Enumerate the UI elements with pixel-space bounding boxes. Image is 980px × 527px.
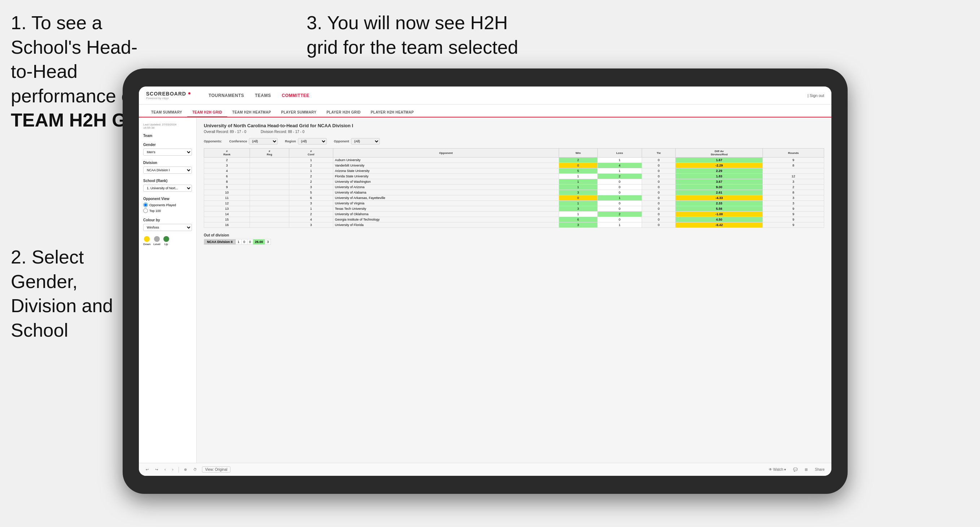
- toolbar-comment[interactable]: 💬: [792, 467, 799, 472]
- out-div-win: 1: [235, 239, 241, 245]
- cell-conf: 1: [289, 206, 333, 211]
- cell-diff: -4.33: [676, 195, 763, 201]
- radio-group: Opponents Played Top 100: [143, 203, 192, 213]
- cell-tie: 0: [642, 174, 676, 179]
- cell-opponent: University of Alabama: [333, 190, 559, 195]
- cell-reg: [250, 157, 289, 163]
- table-row: 10 5 University of Alabama 3 0 0 2.61 8: [204, 190, 824, 195]
- legend-up: Up: [163, 236, 169, 246]
- cell-reg: [250, 217, 289, 222]
- nav-bar: SCOREBOARD Powered by clippi TOURNAMENTS…: [139, 87, 831, 105]
- cell-rank: 9: [204, 184, 250, 190]
- toolbar-share[interactable]: Share: [813, 467, 826, 472]
- cell-conf: 6: [289, 195, 333, 201]
- region-filter-select[interactable]: (All): [298, 138, 327, 144]
- nav-items: TOURNAMENTS TEAMS COMMITTEE: [208, 93, 309, 98]
- cell-opponent: University of Arizona: [333, 184, 559, 190]
- toolbar-grid-view[interactable]: ⊞: [803, 467, 809, 472]
- cell-win: 2: [559, 157, 598, 163]
- opponent-filter-label: Opponent: [334, 140, 350, 143]
- cell-win: 1: [559, 211, 598, 217]
- toolbar-right: 👁 Watch ▾ 💬 ⊞ Share: [767, 467, 826, 472]
- division-record: Division Record: 88 - 17 - 0: [261, 130, 304, 134]
- toolbar-undo[interactable]: ↩: [144, 467, 150, 472]
- cell-loss: 1: [597, 195, 642, 201]
- cell-conf: 3: [289, 201, 333, 206]
- sub-nav-player-h2h-heatmap[interactable]: PLAYER H2H HEATMAP: [366, 108, 419, 117]
- table-row: 12 3 University of Virginia 1 0 0 2.33 3: [204, 201, 824, 206]
- col-win: Win: [559, 149, 598, 157]
- cell-conf: 3: [289, 184, 333, 190]
- cell-tie: 0: [642, 168, 676, 174]
- region-filter-label: Region: [285, 140, 296, 143]
- sub-nav-team-h2h-heatmap[interactable]: TEAM H2H HEATMAP: [227, 108, 276, 117]
- filter-conference-group: Conference (All): [229, 138, 278, 144]
- toolbar-prev[interactable]: ‹: [163, 467, 167, 472]
- cell-rounds: 8: [763, 190, 824, 195]
- grid-area: University of North Carolina Head-to-Hea…: [197, 117, 831, 463]
- toolbar-clock[interactable]: ⏱: [192, 467, 198, 472]
- sidebar-division-select[interactable]: NCAA Division I: [143, 167, 192, 174]
- cell-win: 0: [559, 195, 598, 201]
- nav-committee[interactable]: COMMITTEE: [282, 93, 309, 98]
- sidebar-gender-select[interactable]: Men's: [143, 149, 192, 156]
- out-of-division-row: NCAA Division II 1 0 0 26.00 3: [204, 239, 271, 245]
- cell-diff: -2.29: [676, 163, 763, 168]
- cell-rank: 11: [204, 195, 250, 201]
- opponent-filter-select[interactable]: (All): [351, 138, 380, 144]
- cell-conf: 2: [289, 163, 333, 168]
- sidebar-school-section: School (Rank) 1. University of Nort...: [143, 179, 192, 192]
- cell-win: 0: [559, 163, 598, 168]
- cell-win: 3: [559, 190, 598, 195]
- conf-filter-label: Conference: [229, 140, 247, 143]
- sub-nav-team-h2h-grid[interactable]: TEAM H2H GRID: [187, 108, 227, 117]
- legend-up-dot: [163, 236, 169, 242]
- table-row: 14 2 University of Oklahoma 1 2 0 -1.00 …: [204, 211, 824, 217]
- cell-loss: 0: [597, 201, 642, 206]
- cell-reg: [250, 163, 289, 168]
- toolbar-view-button[interactable]: View: Original: [202, 467, 231, 473]
- cell-rounds: 12: [763, 174, 824, 179]
- cell-rounds: 9: [763, 206, 824, 211]
- toolbar-redo[interactable]: ↪: [154, 467, 159, 472]
- radio-opponents-played[interactable]: Opponents Played: [143, 203, 192, 207]
- col-rank: #Rank: [204, 149, 250, 157]
- cell-loss: 0: [597, 217, 642, 222]
- sidebar-team-section: Team: [143, 134, 192, 138]
- out-div-diff: 26.00: [253, 239, 265, 245]
- logo-text: SCOREBOARD: [146, 91, 186, 97]
- sidebar-colour-section: Colour by Win/loss: [143, 218, 192, 231]
- cell-rank: 13: [204, 206, 250, 211]
- sidebar: Last Updated: 27/03/2024 16:55:38 Team G…: [139, 117, 197, 463]
- sub-nav-player-summary[interactable]: PLAYER SUMMARY: [276, 108, 321, 117]
- sidebar-school-select[interactable]: 1. University of Nort...: [143, 184, 192, 192]
- nav-tournaments[interactable]: TOURNAMENTS: [208, 93, 244, 98]
- toolbar-next[interactable]: ›: [170, 467, 175, 472]
- toolbar-watch[interactable]: 👁 Watch ▾: [767, 467, 788, 472]
- sub-nav-player-h2h-grid[interactable]: PLAYER H2H GRID: [321, 108, 366, 117]
- radio-top100[interactable]: Top 100: [143, 208, 192, 213]
- sign-out-button[interactable]: | Sign out: [808, 94, 824, 98]
- sidebar-colour-select[interactable]: Win/loss: [143, 224, 192, 231]
- nav-teams[interactable]: TEAMS: [255, 93, 271, 98]
- cell-loss: 0: [597, 190, 642, 195]
- cell-diff: 1.83: [676, 174, 763, 179]
- cell-loss: 0: [597, 179, 642, 184]
- cell-opponent: Auburn University: [333, 157, 559, 163]
- cell-reg: [250, 211, 289, 217]
- cell-diff: 4.50: [676, 217, 763, 222]
- out-of-division-table: NCAA Division II 1 0 0 26.00 3: [204, 239, 271, 245]
- out-div-name: NCAA Division II: [204, 239, 236, 245]
- cell-rank: 15: [204, 217, 250, 222]
- cell-tie: 0: [642, 201, 676, 206]
- cell-rounds: 3: [763, 179, 824, 184]
- conf-filter-select[interactable]: (All): [249, 138, 278, 144]
- table-row: 16 3 University of Florida 3 1 0 -6.42 9: [204, 222, 824, 228]
- cell-rounds: 2: [763, 184, 824, 190]
- cell-rounds: 3: [763, 195, 824, 201]
- sub-nav-team-summary[interactable]: TEAM SUMMARY: [146, 108, 187, 117]
- toolbar-crop[interactable]: ⊕: [183, 467, 188, 472]
- out-div-rounds: 3: [265, 239, 271, 245]
- cell-tie: 0: [642, 163, 676, 168]
- cell-tie: 0: [642, 184, 676, 190]
